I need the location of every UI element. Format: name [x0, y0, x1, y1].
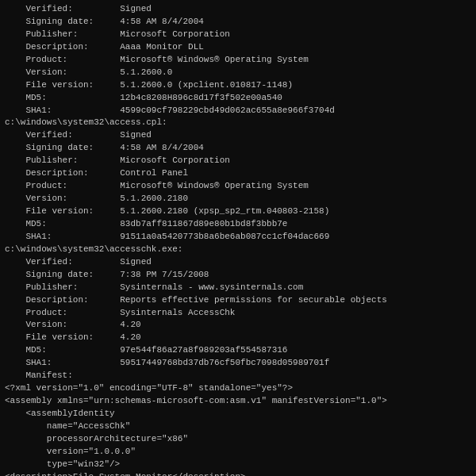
terminal-line: Version: 4.20 — [5, 319, 471, 332]
terminal-line: <assembly xmlns="urn:schemas-microsoft-c… — [5, 395, 471, 408]
terminal-line: version="1.0.0.0" — [5, 446, 471, 459]
terminal-line: Product: Sysinternals AccessChk — [5, 307, 471, 320]
terminal-line: Signing date: 4:58 AM 8/4/2004 — [5, 16, 471, 29]
terminal-output: Verified: Signed Signing date: 4:58 AM 8… — [0, 0, 476, 476]
terminal-line: Signing date: 4:58 AM 8/4/2004 — [5, 142, 471, 155]
terminal-line: File version: 4.20 — [5, 332, 471, 344]
terminal-line: File version: 5.1.2600.0 (xpclient.01081… — [5, 79, 471, 92]
terminal-line: SHA1: 91511a0a5420773b8a6be6ab087cc1cf04… — [5, 231, 471, 244]
terminal-line: MD5: 12b4c8208H896c8d17f3f502e00a540 — [5, 92, 471, 105]
terminal-line: processorArchitecture="x86" — [5, 433, 471, 446]
terminal-line: MD5: 97e544f86a27a8f989203af554587316 — [5, 344, 471, 357]
terminal-line: Verified: Signed — [5, 256, 471, 269]
terminal-line: File version: 5.1.2600.2180 (xpsp_sp2_rt… — [5, 205, 471, 218]
terminal-line: Product: Microsoft® Windows® Operating S… — [5, 180, 471, 193]
terminal-line: Description: Reports effective permissio… — [5, 294, 471, 307]
terminal-line: Description: Aaaa Monitor DLL — [5, 41, 471, 54]
terminal-line: c:\windows\system32\accesschk.exe: — [5, 244, 471, 256]
terminal-line: Product: Microsoft® Windows® Operating S… — [5, 54, 471, 67]
terminal-line: <description>File System Monitor</descri… — [5, 471, 471, 476]
terminal-line: Description: Control Panel — [5, 167, 471, 180]
terminal-line: Signing date: 7:38 PM 7/15/2008 — [5, 269, 471, 282]
terminal-line: Publisher: Microsoft Corporation — [5, 29, 471, 41]
terminal-line: MD5: 83db7aff811867d89e80b1bd8f3bbb7e — [5, 218, 471, 231]
terminal-line: type="win32"/> — [5, 459, 471, 471]
terminal-line: Version: 5.1.2600.0 — [5, 67, 471, 79]
terminal-line: Version: 5.1.2600.2180 — [5, 193, 471, 205]
terminal-line: SHA1: 4599c09cf798229cbd49d062ac655a8e96… — [5, 105, 471, 117]
terminal-line: Publisher: Microsoft Corporation — [5, 155, 471, 167]
terminal-line: Publisher: Sysinternals - www.sysinterna… — [5, 282, 471, 294]
terminal-line: Verified: Signed — [5, 129, 471, 142]
terminal-line: SHA1: 59517449768bd37db76cf50fbc7098d059… — [5, 357, 471, 370]
terminal-line: <?xml version="1.0" encoding="UTF-8" sta… — [5, 382, 471, 395]
terminal-line: name="AccessChk" — [5, 420, 471, 433]
terminal-line: Manifest: — [5, 370, 471, 382]
terminal-line: <assemblyIdentity — [5, 408, 471, 420]
terminal-line: Verified: Signed — [5, 3, 471, 16]
terminal-line: c:\windows\system32\access.cpl: — [5, 117, 471, 129]
